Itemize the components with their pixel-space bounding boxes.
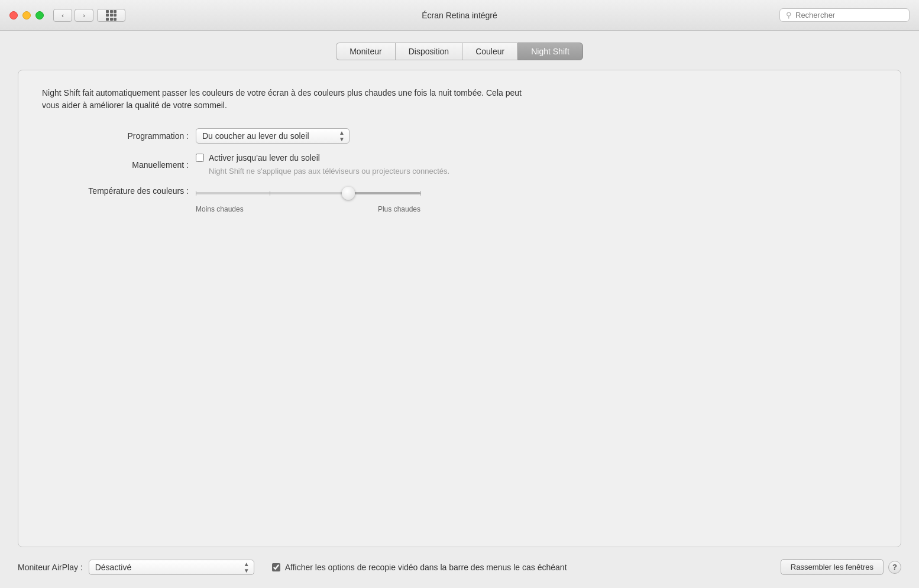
close-button[interactable] xyxy=(9,11,18,20)
minimize-button[interactable] xyxy=(22,11,31,20)
grid-icon xyxy=(106,10,117,21)
mirror-checkbox-label: Afficher les options de recopie vidéo da… xyxy=(285,563,567,572)
slider-track-container xyxy=(196,186,420,200)
fullscreen-button[interactable] xyxy=(35,11,44,20)
slider-wrapper: Moins chaudes Plus chaudes xyxy=(196,186,420,213)
programmation-row: Programmation : Du coucher au lever du s… xyxy=(42,128,877,144)
programmation-select[interactable]: Du coucher au lever du soleil Personnali… xyxy=(196,128,350,144)
programmation-select-wrapper: Du coucher au lever du soleil Personnali… xyxy=(196,128,350,144)
manuellement-checkbox-label: Activer jusqu'au lever du soleil xyxy=(209,153,320,163)
back-button[interactable]: ‹ xyxy=(53,9,72,22)
slider-max-label: Plus chaudes xyxy=(378,205,420,213)
grid-view-button[interactable] xyxy=(97,9,125,22)
slider-min-label: Moins chaudes xyxy=(196,205,244,213)
rassembler-button[interactable]: Rassembler les fenêtres xyxy=(781,559,884,575)
tab-moniteur[interactable]: Moniteur xyxy=(336,43,394,60)
window-title: Écran Retina intégré xyxy=(422,11,497,20)
mirror-row: Afficher les options de recopie vidéo da… xyxy=(272,563,775,572)
traffic-lights xyxy=(9,11,44,20)
sub-note: Night Shift ne s'applique pas aux télévi… xyxy=(209,166,449,177)
manuellement-checkbox[interactable] xyxy=(196,154,204,162)
search-input[interactable] xyxy=(795,11,903,20)
tab-disposition[interactable]: Disposition xyxy=(395,43,462,60)
main-content: Moniteur Disposition Couleur Night Shift… xyxy=(0,31,919,588)
manuellement-checkbox-row: Activer jusqu'au lever du soleil xyxy=(196,153,449,163)
bottom-bar: Moniteur AirPlay : Désactivé Activé ▲▼ A… xyxy=(18,555,901,579)
slider-tick-3 xyxy=(420,191,421,196)
slider-labels: Moins chaudes Plus chaudes xyxy=(196,203,420,213)
nav-buttons: ‹ › xyxy=(53,9,93,22)
airplay-label: Moniteur AirPlay : xyxy=(18,563,83,572)
titlebar: ‹ › Écran Retina intégré ⚲ xyxy=(0,0,919,31)
airplay-select[interactable]: Désactivé Activé xyxy=(89,560,254,575)
manuellement-col: Activer jusqu'au lever du soleil Night S… xyxy=(196,153,449,177)
mirror-checkbox[interactable] xyxy=(272,563,280,571)
tab-bar: Moniteur Disposition Couleur Night Shift xyxy=(18,43,901,60)
manuellement-label: Manuellement : xyxy=(42,160,196,170)
airplay-select-wrapper: Désactivé Activé ▲▼ xyxy=(89,560,254,575)
settings-grid: Programmation : Du coucher au lever du s… xyxy=(42,128,877,213)
manuellement-row: Manuellement : Activer jusqu'au lever du… xyxy=(42,153,877,177)
search-icon: ⚲ xyxy=(786,11,792,20)
programmation-label: Programmation : xyxy=(42,131,196,141)
settings-panel: Night Shift fait automatiquement passer … xyxy=(18,70,901,547)
help-button[interactable]: ? xyxy=(888,561,901,574)
tab-couleur[interactable]: Couleur xyxy=(462,43,517,60)
search-box[interactable]: ⚲ xyxy=(779,8,910,22)
forward-button[interactable]: › xyxy=(75,9,93,22)
temperature-row: Température des couleurs : Moins c xyxy=(42,186,877,213)
bottom-right: Rassembler les fenêtres ? xyxy=(781,559,901,575)
temperature-label: Température des couleurs : xyxy=(42,186,196,196)
description-text: Night Shift fait automatiquement passer … xyxy=(42,87,527,112)
tab-nightshift[interactable]: Night Shift xyxy=(517,43,583,60)
